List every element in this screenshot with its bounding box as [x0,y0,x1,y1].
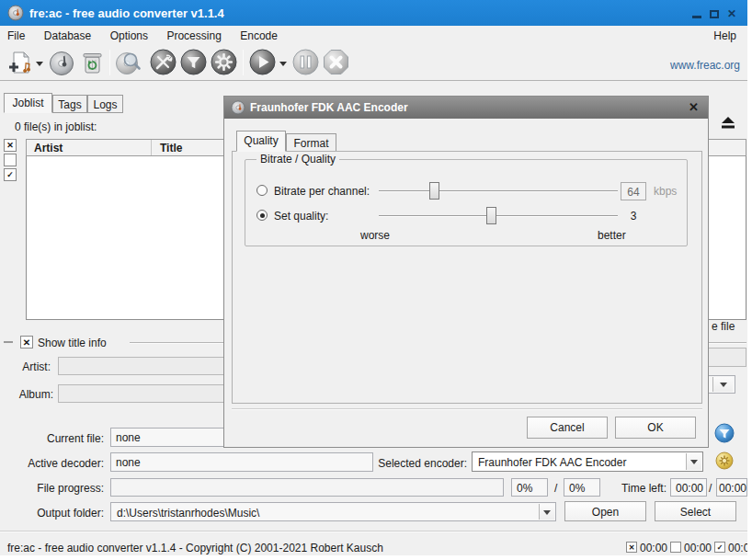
window-border [747,0,752,560]
dialog-title-bar[interactable]: Fraunhofer FDK AAC Encoder ✕ [224,97,708,119]
menu-item-file[interactable]: File [0,26,32,42]
album-field-label: Album: [0,388,53,401]
column-header-artist[interactable]: Artist [27,140,152,155]
output-folder-value: d:\Users\tristanrhodes\Music\ [117,507,259,520]
menu-bar: File Database Options Processing Encode … [0,26,747,46]
dropdown-arrow-icon[interactable] [712,377,733,392]
show-title-info-label: Show title info [38,337,107,349]
eject-button[interactable] [716,113,740,133]
maximize-icon[interactable] [710,10,719,18]
selected-encoder-value: Fraunhofer FDK AAC Encoder [478,456,626,469]
close-icon[interactable]: ✕ [727,8,736,19]
processing-config-button[interactable] [714,423,735,447]
set-quality-radio[interactable] [256,210,268,221]
pause-encoding-button[interactable] [292,49,321,77]
add-files-dropdown-icon[interactable] [36,62,43,66]
dialog-close-icon[interactable]: ✕ [689,100,699,114]
timer-all-value: 00:00 [640,542,667,554]
set-quality-label: Set quality: [274,210,328,223]
progress-percent-a: 0% [511,478,548,497]
cddb-query-button[interactable] [114,49,142,77]
tab-joblist[interactable]: Joblist [4,93,52,113]
bitrate-slider[interactable] [379,190,618,192]
quality-slider[interactable] [379,215,618,217]
menu-item-encode[interactable]: Encode [233,26,285,42]
encoder-dialog: Fraunhofer FDK AAC Encoder ✕ Quality For… [223,96,709,448]
dialog-tab-format[interactable]: Format [286,133,336,152]
menu-item-help[interactable]: Help [710,29,740,42]
blue-funnel-icon [714,423,735,443]
bitrate-unit-label: kbps [654,185,677,198]
bitrate-radio[interactable] [256,185,268,196]
start-encoding-dropdown-icon[interactable] [279,62,287,66]
statusbar-divider [0,531,747,532]
play-icon [249,49,276,75]
toggle-selection-button[interactable]: ✓ [4,168,17,181]
remove-all-button[interactable] [79,49,108,77]
progress-percent-b: 0% [564,478,600,497]
bitrate-label: Bitrate per channel: [274,185,370,198]
add-cd-button[interactable] [48,49,76,77]
artist-field-label: Artist: [0,360,51,373]
menu-item-options[interactable]: Options [103,26,155,42]
stop-icon [323,49,349,75]
tab-tags[interactable]: Tags [52,95,87,113]
processing-settings-button[interactable] [180,49,209,77]
joblist-count-label: 0 file(s) in joblist: [15,120,97,133]
dropdown-arrow-icon[interactable] [686,453,701,470]
trash-icon [79,49,106,77]
select-none-button[interactable] [4,154,17,166]
time-left-label: Time left: [602,482,667,495]
menu-item-processing[interactable]: Processing [159,26,228,42]
website-link[interactable]: www.freac.org [670,59,740,72]
bitrate-value-field[interactable]: 64 [621,182,646,200]
show-title-info-checkbox[interactable]: ✕ [20,336,33,349]
cancel-button[interactable]: Cancel [527,417,608,439]
quality-slider-thumb[interactable] [486,207,496,224]
scale-better-label: better [598,229,626,242]
timer-selected-icon: ✓ [714,542,725,553]
cd-note-icon [48,49,76,77]
general-settings-button[interactable] [150,49,178,77]
menu-item-database[interactable]: Database [37,26,98,42]
add-files-button[interactable] [6,49,34,77]
output-folder-label: Output folder: [0,507,104,520]
bitrate-slider-thumb[interactable] [429,182,439,200]
dropdown-arrow-icon[interactable] [539,504,554,520]
time-slash: / [709,482,712,495]
group-label: Bitrate / Quality [256,153,339,166]
window-controls: ✕ [692,8,736,19]
output-folder-combo[interactable]: d:\Users\tristanrhodes\Music\ [110,502,556,521]
eject-icon [716,113,740,133]
configure-settings-button[interactable] [211,49,239,77]
select-folder-button[interactable]: Select [655,501,736,521]
toolbar: www.freac.org [0,46,747,81]
timer-all-icon: ✕ [626,542,637,553]
dialog-tab-quality[interactable]: Quality [236,131,286,152]
dialog-icon [231,100,245,115]
file-progress-label: File progress: [0,482,104,495]
ok-button[interactable]: OK [615,417,696,439]
start-encoding-button[interactable] [249,49,278,77]
minimize-icon[interactable] [692,16,701,18]
encoder-config-button[interactable] [715,451,734,474]
time-left-a: 00:00 [670,478,707,497]
dialog-title: Fraunhofer FDK AAC Encoder [250,101,408,114]
toolbar-separator [109,50,110,75]
scale-worse-label: worse [360,229,390,242]
wrench-icon [150,49,177,75]
toolbar-separator [243,50,244,75]
cddb-search-icon [114,49,143,77]
select-all-button[interactable]: ✕ [4,139,17,152]
collapse-handle[interactable] [4,341,13,343]
tab-logs[interactable]: Logs [87,95,123,113]
timer-none-icon [670,542,681,553]
dialog-button-divider [232,408,702,410]
open-folder-button[interactable]: Open [564,501,646,521]
progress-slash: / [554,482,557,495]
partial-label-file: e file [712,320,735,333]
selected-encoder-combo[interactable]: Fraunhofer FDK AAC Encoder [472,451,703,472]
bitrate-quality-group: Bitrate / Quality Bitrate per channel: 6… [245,159,688,246]
stop-encoding-button[interactable] [323,49,351,77]
quality-value-label: 3 [621,210,646,223]
